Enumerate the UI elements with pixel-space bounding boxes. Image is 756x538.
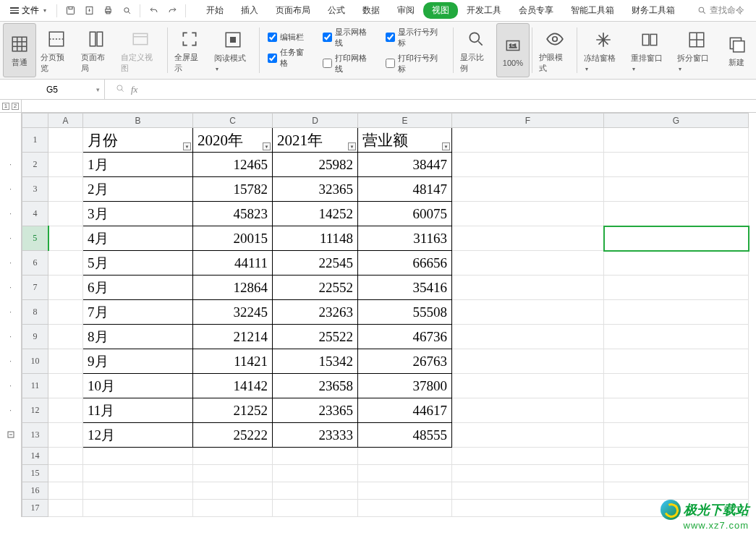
row-header-15[interactable]: 15 [22,465,48,482]
cell-A15[interactable] [48,465,83,482]
cell-D4[interactable]: 14252 [273,202,358,226]
row-header-10[interactable]: 10 [22,349,48,374]
cell-B12[interactable]: 11月 [83,398,193,423]
cell-E14[interactable] [358,448,452,465]
cell-G3[interactable] [604,177,749,202]
cell-F14[interactable] [452,448,604,465]
cell-F2[interactable] [452,153,604,177]
chk-formula-bar[interactable]: 编辑栏 [268,32,311,43]
cell-A16[interactable] [48,482,83,500]
cell-A11[interactable] [48,374,83,398]
arrange-windows-button[interactable]: 重排窗口 ▾ [627,23,674,77]
cell-A13[interactable] [48,423,83,448]
row-header-17[interactable]: 17 [22,500,48,517]
cell-G2[interactable] [604,153,749,177]
row-header-2[interactable]: 2 [22,153,48,177]
cell-A7[interactable] [48,276,83,300]
cell-B10[interactable]: 9月 [83,349,193,374]
cell-G7[interactable] [604,276,749,300]
row-header-9[interactable]: 9 [22,325,48,349]
view-pagelayout-button[interactable]: 页面布局 [77,23,117,77]
outline-marker-5[interactable]: · [0,226,21,250]
cell-E15[interactable] [358,465,452,482]
cell-B3[interactable]: 2月 [83,177,193,202]
menu-tab-8[interactable]: 会员专享 [510,1,562,20]
chk-print-headers[interactable]: 打印行号列标 [386,53,445,74]
cell-B8[interactable]: 7月 [83,300,193,325]
new-window-button[interactable]: 新建 [720,23,753,77]
cell-G11[interactable] [604,374,749,398]
cell-A1[interactable] [48,128,83,153]
col-header-B[interactable]: B [83,114,193,128]
cell-E8[interactable]: 55508 [358,300,452,325]
cell-A9[interactable] [48,325,83,349]
cell-F13[interactable] [452,423,604,448]
cell-C3[interactable]: 15782 [193,177,273,202]
cell-A4[interactable] [48,202,83,226]
view-pagebreak-button[interactable]: 分页预览 [36,23,77,77]
outline-marker-7[interactable]: · [0,275,21,299]
cell-F3[interactable] [452,177,604,202]
outline-marker-15[interactable] [0,464,21,482]
cell-C10[interactable]: 11421 [193,349,273,374]
outline-marker-2[interactable]: · [0,152,21,176]
print-icon[interactable] [99,2,116,20]
cell-D5[interactable]: 11148 [273,226,358,251]
cell-F16[interactable] [452,482,604,500]
row-header-16[interactable]: 16 [22,482,48,500]
cell-G12[interactable] [604,398,749,423]
filter-dropdown-icon[interactable]: ▼ [263,142,271,150]
spreadsheet-grid[interactable]: ABCDEFG 1月份▼2020年▼2021年▼营业额▼21月124652598… [22,113,749,517]
row-header-1[interactable]: 1 [22,128,48,153]
cell-D2[interactable]: 25982 [273,153,358,177]
row-header-4[interactable]: 4 [22,202,48,226]
view-normal-button[interactable]: 普通 [3,23,36,77]
cell-C5[interactable]: 20015 [193,226,273,251]
outline-marker-17[interactable] [0,499,21,516]
cell-F12[interactable] [452,398,604,423]
outline-marker-4[interactable]: · [0,201,21,226]
cell-A17[interactable] [48,500,83,517]
outline-marker-9[interactable]: · [0,324,21,349]
save-icon[interactable] [61,2,79,20]
cell-B4[interactable]: 3月 [83,202,193,226]
filter-dropdown-icon[interactable]: ▼ [183,142,191,150]
cell-E12[interactable]: 44617 [358,398,452,423]
col-header-G[interactable]: G [604,114,749,128]
cell-D13[interactable]: 23333 [273,423,358,448]
outline-marker-12[interactable]: · [0,398,21,422]
cell-E4[interactable]: 60075 [358,202,452,226]
cell-E1[interactable]: 营业额▼ [358,128,452,153]
cell-A5[interactable] [48,226,83,251]
chk-print-grid[interactable]: 打印网格线 [323,53,374,74]
row-header-14[interactable]: 14 [22,448,48,465]
freeze-panes-button[interactable]: 冻结窗格 ▾ [579,23,627,77]
outline-levels[interactable]: 12 [0,100,22,112]
cell-D10[interactable]: 15342 [273,349,358,374]
outline-marker-8[interactable]: · [0,299,21,324]
cell-B11[interactable]: 10月 [83,374,193,398]
col-header-A[interactable]: A [48,114,83,128]
cell-A2[interactable] [48,153,83,177]
cell-F7[interactable] [452,276,604,300]
cell-D12[interactable]: 23365 [273,398,358,423]
reading-mode-button[interactable]: 阅读模式 ▾ [210,23,257,77]
cell-C16[interactable] [193,482,273,500]
row-header-12[interactable]: 12 [22,398,48,423]
cell-C4[interactable]: 45823 [193,202,273,226]
cell-B9[interactable]: 8月 [83,325,193,349]
file-menu-button[interactable]: 文件 ▾ [4,2,52,19]
cell-C8[interactable]: 32245 [193,300,273,325]
cell-C2[interactable]: 12465 [193,153,273,177]
cell-G10[interactable] [604,349,749,374]
cell-F5[interactable] [452,226,604,251]
cell-A10[interactable] [48,349,83,374]
cell-D15[interactable] [273,465,358,482]
chevron-down-icon[interactable]: ▾ [96,86,100,93]
print-preview-icon[interactable] [118,2,135,20]
menu-tab-6[interactable]: 视图 [423,2,458,19]
filter-dropdown-icon[interactable]: ▼ [442,142,450,150]
redo-icon[interactable] [163,2,181,20]
cell-D17[interactable] [273,500,358,517]
cell-A14[interactable] [48,448,83,465]
